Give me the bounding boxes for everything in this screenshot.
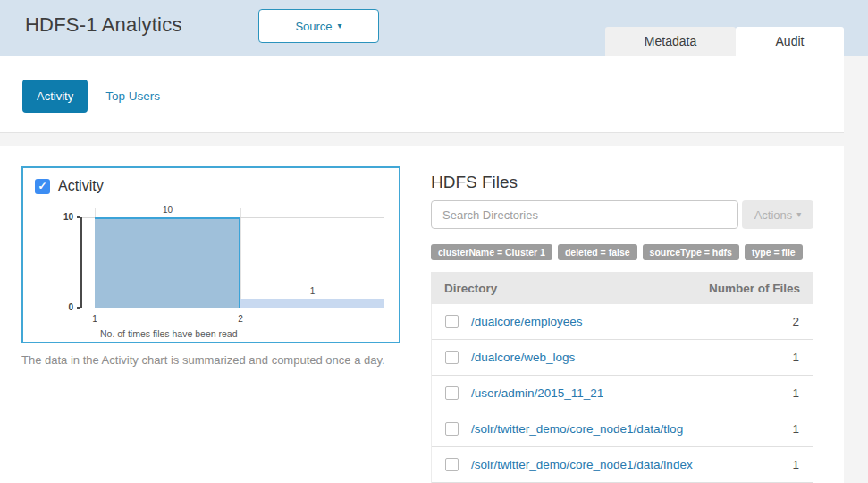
filter-tag[interactable]: type = file xyxy=(745,244,803,260)
page-title: HDFS-1 Analytics xyxy=(25,13,182,37)
filter-tag[interactable]: clusterName = Cluster 1 xyxy=(431,244,552,260)
tab-top-users[interactable]: Top Users xyxy=(105,89,160,103)
chart-bar-value-label: 1 xyxy=(299,286,326,296)
actions-dropdown-button[interactable]: Actions ▾ xyxy=(742,200,813,229)
chart-y-tick xyxy=(77,216,80,218)
row-checkbox[interactable] xyxy=(445,315,459,328)
files-table-body: /dualcore/employees2/dualcore/web_logs1/… xyxy=(431,304,813,483)
filter-tags: clusterName = Cluster 1deleted = falseso… xyxy=(431,244,813,260)
search-directories-input[interactable] xyxy=(431,200,738,229)
file-count: 2 xyxy=(792,315,799,328)
chart-y-axis xyxy=(80,217,82,308)
tab-metadata[interactable]: Metadata xyxy=(605,27,736,56)
row-checkbox[interactable] xyxy=(445,458,459,471)
chart-bar-value-label: 10 xyxy=(155,205,181,215)
directory-link[interactable]: /dualcore/employees xyxy=(471,315,583,328)
file-count: 1 xyxy=(792,458,799,471)
table-row: /dualcore/employees2 xyxy=(432,304,813,340)
chart-bar xyxy=(95,217,240,308)
search-row: Actions ▾ xyxy=(431,200,813,229)
chart-bar xyxy=(240,299,384,308)
row-checkbox[interactable] xyxy=(445,422,459,436)
file-count: 1 xyxy=(792,386,799,400)
source-dropdown-label: Source xyxy=(295,20,332,33)
activity-checkbox-label: Activity xyxy=(58,178,104,194)
chart-x-tick-label: 1 xyxy=(86,314,104,324)
source-dropdown-button[interactable]: Source ▾ xyxy=(258,9,379,43)
directory-link[interactable]: /solr/twitter_demo/core_node1/data/tlog xyxy=(471,422,683,436)
directory-link[interactable]: /dualcore/web_logs xyxy=(471,351,575,364)
chart-y-tick xyxy=(77,307,80,309)
actions-dropdown-label: Actions xyxy=(754,208,793,222)
table-row: /user/admin/2015_11_211 xyxy=(432,376,813,411)
files-table: Directory Number of Files /dualcore/empl… xyxy=(431,272,813,483)
caret-down-icon: ▾ xyxy=(338,21,342,30)
file-count: 1 xyxy=(792,422,799,436)
table-row: /solr/twitter_demo/core_node1/data/index… xyxy=(432,447,813,483)
hdfs-files-title: HDFS Files xyxy=(431,173,813,192)
header-tabs: Metadata Audit xyxy=(605,27,844,56)
main-content: ✓ Activity 10101012No. of times files ha… xyxy=(0,146,844,483)
column-header-directory: Directory xyxy=(444,282,497,295)
table-row: /solr/twitter_demo/core_node1/data/tlog1 xyxy=(432,411,813,447)
activity-caption: The data in the Activity chart is summar… xyxy=(21,353,385,367)
app-header: HDFS-1 Analytics Source ▾ Metadata Audit xyxy=(0,0,868,56)
subnav: Activity Top Users xyxy=(0,56,844,113)
chart-gridline-vertical xyxy=(240,208,241,308)
hdfs-files-panel: HDFS Files Actions ▾ clusterName = Clust… xyxy=(431,146,813,483)
activity-checkbox[interactable]: ✓ xyxy=(35,179,50,194)
column-header-number-of-files: Number of Files xyxy=(709,282,800,295)
file-count: 1 xyxy=(792,351,799,364)
subnav-section: Activity Top Users xyxy=(0,56,844,133)
chart-y-tick-label: 0 xyxy=(50,302,73,312)
chart-y-tick-label: 10 xyxy=(50,212,73,222)
filter-tag[interactable]: deleted = false xyxy=(558,244,637,260)
activity-checkbox-row: ✓ Activity xyxy=(35,178,399,194)
filter-tag[interactable]: sourceType = hdfs xyxy=(643,244,739,260)
chart-x-axis-title: No. of times files have been read xyxy=(100,328,238,339)
table-row: /dualcore/web_logs1 xyxy=(432,340,813,376)
directory-link[interactable]: /solr/twitter_demo/core_node1/data/index xyxy=(471,458,693,471)
tab-audit[interactable]: Audit xyxy=(736,27,844,56)
caret-down-icon: ▾ xyxy=(796,210,801,219)
directory-link[interactable]: /user/admin/2015_11_21 xyxy=(471,386,603,400)
chart-x-tick-label: 2 xyxy=(232,314,249,324)
row-checkbox[interactable] xyxy=(445,351,459,364)
row-checkbox[interactable] xyxy=(445,386,459,400)
activity-panel: ✓ Activity 10101012No. of times files ha… xyxy=(21,166,400,343)
tab-activity[interactable]: Activity xyxy=(22,80,88,113)
activity-bar-chart: 10101012No. of times files have been rea… xyxy=(23,199,399,342)
files-table-header: Directory Number of Files xyxy=(431,272,813,304)
